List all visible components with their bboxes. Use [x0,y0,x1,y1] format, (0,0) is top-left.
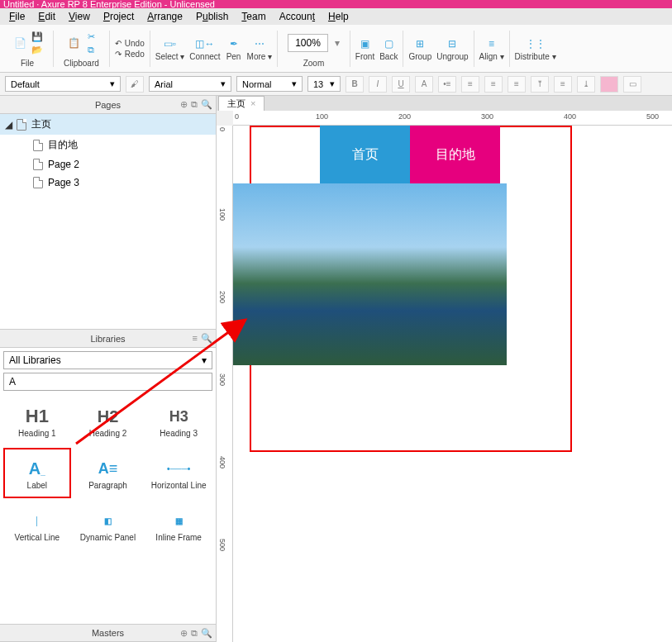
image-placeholder[interactable] [233,183,507,365]
menu-team[interactable]: Team [236,9,271,24]
toolbar-file-group[interactable]: 📄 💾 📂 File [7,29,48,68]
copy-icon[interactable]: ⧉ [85,44,97,55]
page-label: 主页 [31,117,51,131]
underline-button[interactable]: U [392,76,410,93]
chevron-down-icon: ▾ [292,78,297,89]
zoom-group: 100%▾ Zoom [283,29,345,68]
toolbar-clipboard-group[interactable]: 📋 ✂ ⧉ Clipboard [59,29,104,68]
nav-button-dest[interactable]: 目的地 [410,126,500,183]
canvas-tabstrip: 主页× [217,96,672,111]
add-page-icon[interactable]: ⊕ [180,99,188,110]
canvas-tab-home[interactable]: 主页× [218,96,265,111]
chevron-down-icon: ▾ [110,78,115,89]
format-bar: Default▾ 🖌 Arial▾ Normal▾ 13▾ B I U A •≡… [0,73,672,96]
valign-bot-button[interactable]: ⤓ [577,76,595,93]
add-master-icon[interactable]: ⊕ [180,628,188,639]
menu-icon[interactable]: ≡ [193,333,198,344]
more-tool[interactable]: ⋯More ▾ [247,36,273,61]
style-paint-icon[interactable]: 🖌 [126,76,144,93]
menu-account[interactable]: Account [274,9,321,24]
page-item-home[interactable]: ◢ 主页 [0,114,216,135]
nav-button-home[interactable]: 首页 [320,126,410,183]
widget-h3[interactable]: H3Heading 3 [145,397,212,445]
font-color-button[interactable]: A [415,76,433,93]
connect-tool[interactable]: ◫↔Connect [189,36,220,61]
toolbar-separator [350,31,350,67]
ruler-tick: 300 [481,112,493,121]
save-icon[interactable]: 💾 [31,31,43,42]
search-icon[interactable]: 🔍 [201,628,212,639]
zoom-input[interactable]: 100% [288,34,328,52]
widget-dynpanel[interactable]: ◧Dynamic Panel [74,502,142,549]
redo-icon: ↷ [115,50,122,59]
bullet-button[interactable]: •≡ [438,76,456,93]
menu-publish[interactable]: Publish [190,9,234,24]
ruler-tick: 100 [218,208,226,221]
fill-color-button[interactable] [600,76,618,93]
add-folder-icon[interactable]: ⧉ [191,99,198,110]
new-file-icon[interactable]: 📄 [12,35,28,51]
menu-arrange[interactable]: Arrange [141,9,188,24]
align-button[interactable]: ≡Align ▾ [479,36,504,61]
ruler-tick: 0 [235,112,239,121]
widget-paragraph[interactable]: A≡Paragraph [74,448,142,498]
undo-button[interactable]: ↶Undo [115,39,145,48]
pen-tool[interactable]: ✒Pen [226,36,242,61]
open-icon[interactable]: 📂 [31,44,43,55]
group-button[interactable]: ⊞Group [408,36,431,61]
italic-button[interactable]: I [369,76,387,93]
add-folder-icon[interactable]: ⧉ [191,628,198,639]
page-item-p2[interactable]: Page 2 [0,155,216,174]
align-left-button[interactable]: ≡ [461,76,479,93]
chevron-down-icon[interactable]: ▾ [335,37,340,49]
widget-hline[interactable]: •───•Horizontal Line [145,448,212,498]
masters-title: Masters [92,628,124,638]
chevron-down-icon: ▾ [330,78,335,89]
bold-button[interactable]: B [346,76,364,93]
select-tool[interactable]: ▭▫Select ▾ [155,36,185,61]
widget-iframe[interactable]: ▦Inline Frame [145,502,212,549]
widget-h1[interactable]: H1Heading 1 [3,397,71,445]
search-icon[interactable]: 🔍 [201,99,212,110]
menu-help[interactable]: Help [322,9,355,24]
menu-project[interactable]: Project [98,9,140,24]
zoom-label: Zoom [303,59,325,68]
front-button[interactable]: ▣Front [355,36,374,61]
design-canvas[interactable]: 首页 目的地 [233,126,672,642]
page-item-dest[interactable]: 目的地 [0,135,216,155]
collapse-icon[interactable]: ◢ [5,119,12,131]
connect-icon: ◫↔ [197,36,213,52]
chevron-down-icon: ▾ [202,354,207,366]
library-select[interactable]: All Libraries▾ [3,351,212,369]
widget-vline[interactable]: │Vertical Line [3,502,71,549]
redo-button[interactable]: ↷Redo [115,50,145,59]
pages-panel-header: Pages ⊕ ⧉ 🔍 [0,96,216,114]
font-select[interactable]: Arial▾ [149,76,231,92]
size-select[interactable]: 13▾ [307,76,341,92]
close-tab-icon[interactable]: × [250,98,255,108]
library-search-input[interactable]: A [3,373,212,391]
ruler-tick: 200 [218,291,226,303]
valign-top-button[interactable]: ⤒ [531,76,549,93]
widget-label[interactable]: A_Label [3,448,71,498]
back-button[interactable]: ▢Back [379,36,398,61]
menu-file[interactable]: File [3,9,31,24]
style-select[interactable]: Default▾ [5,76,121,92]
border-color-button[interactable]: ▭ [623,76,641,93]
align-center-button[interactable]: ≡ [484,76,503,93]
align-right-button[interactable]: ≡ [508,76,526,93]
widget-h2[interactable]: H2Heading 2 [74,397,142,445]
cut-icon[interactable]: ✂ [85,31,97,42]
valign-mid-button[interactable]: ≡ [554,76,572,93]
toolbar-separator [509,31,510,67]
toolbar-separator [474,31,474,67]
page-item-p3[interactable]: Page 3 [0,174,216,192]
distribute-button[interactable]: ⋮⋮Distribute ▾ [515,36,556,61]
weight-select[interactable]: Normal▾ [236,76,303,92]
back-icon: ▢ [380,36,397,52]
menu-view[interactable]: View [63,9,96,24]
paste-icon[interactable]: 📋 [65,35,82,51]
ungroup-button[interactable]: ⊟Ungroup [436,36,468,61]
menu-edit[interactable]: Edit [32,9,61,24]
search-icon[interactable]: 🔍 [201,333,212,344]
